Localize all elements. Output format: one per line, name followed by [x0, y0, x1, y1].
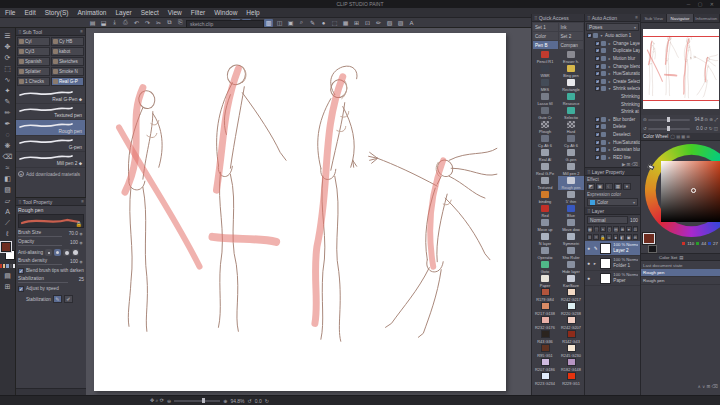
window-controls[interactable]: ─ ▢ ✕: [687, 1, 717, 7]
zoom-icons[interactable]: ⊖ ⊕ ⤢: [704, 117, 718, 122]
menu-item[interactable]: Help: [246, 9, 259, 16]
auto-action-item[interactable]: ▾ Shrink selecte: [585, 85, 640, 93]
layer-opacity-value[interactable]: 100: [630, 218, 638, 223]
qa-color-swatch[interactable]: R43 G36: [532, 330, 558, 344]
qa-goto[interactable]: Goto: [532, 260, 558, 274]
qa-color-swatch[interactable]: R217 G138: [532, 302, 558, 316]
action-checkbox[interactable]: [595, 71, 600, 76]
history-footer-icons[interactable]: ∧ ∨ ⊞ ⌫: [698, 384, 718, 389]
qa-lasso-fill[interactable]: Lasso fill: [532, 92, 558, 106]
qa-hide-layer[interactable]: Hide layer: [558, 260, 584, 274]
layer-toolbar-icon[interactable]: ▤: [613, 226, 619, 232]
qa-color-swatch[interactable]: R245 G230: [558, 344, 584, 358]
redo-icon[interactable]: ↷: [143, 19, 152, 27]
zoom-out-icon[interactable]: ⊖: [643, 117, 647, 122]
layer-toolbar-icon[interactable]: 🔒: [600, 234, 606, 240]
eraser-tool-icon[interactable]: ⌫: [1, 151, 15, 162]
decoration-tool-icon[interactable]: ❋: [1, 140, 15, 151]
menu-item[interactable]: Layer: [115, 9, 131, 16]
aa-none-button[interactable]: [45, 249, 52, 256]
layer-toolbar-icon[interactable]: ✕: [600, 226, 605, 232]
qa-red[interactable]: Red: [532, 204, 558, 218]
expand-arrow-icon[interactable]: ▸: [607, 147, 612, 152]
brush-size-value[interactable]: 70.0: [62, 231, 78, 236]
paste-icon[interactable]: ⎘: [176, 19, 185, 27]
expression-color-dropdown[interactable]: Color ▾: [587, 198, 638, 206]
current-color-chip[interactable]: [643, 233, 655, 244]
flip-icon[interactable]: ◫: [275, 19, 284, 27]
stabilization-value[interactable]: 25: [68, 277, 84, 282]
ref-icon[interactable]: ▧: [385, 19, 394, 27]
layer-toolbar-icon[interactable]: ⬚: [594, 226, 600, 232]
add-downloaded-materials[interactable]: + Add downloaded materials: [16, 168, 85, 180]
expand-arrow-icon[interactable]: ▾: [599, 33, 604, 38]
panel-menu-icon[interactable]: ≡: [80, 29, 83, 34]
sub-color-chip[interactable]: [648, 245, 657, 253]
cut-icon[interactable]: ✂: [154, 19, 163, 27]
color-wheel-tab[interactable]: Color Wheel: [643, 134, 668, 139]
action-checkbox[interactable]: [595, 147, 600, 152]
pencil-tool-icon[interactable]: ✏: [1, 107, 15, 118]
rotate-slider[interactable]: [648, 128, 690, 130]
layer-row[interactable]: ● ▸ 100 % Normal Folder 1: [585, 256, 640, 271]
panel-menu-icon[interactable]: ≡: [81, 199, 84, 204]
action-checkbox[interactable]: [595, 86, 600, 91]
qa-color-swatch[interactable]: R242 G217: [558, 288, 584, 302]
subtool-group[interactable]: kabot: [51, 47, 84, 56]
menu-item[interactable]: Filter: [191, 9, 205, 16]
expand-arrow-icon[interactable]: ▾: [607, 86, 612, 91]
auto-action-item[interactable]: Shrink at edge: [585, 108, 640, 116]
auto-action-item[interactable]: Deselect: [585, 131, 640, 139]
new-icon[interactable]: ▤: [88, 19, 97, 27]
qa-real-al[interactable]: Real Al: [532, 148, 558, 162]
marquee-tool-icon[interactable]: ⬚: [1, 63, 15, 74]
navigator-panel[interactable]: [641, 23, 720, 115]
qa-cy-alt-2[interactable]: Cy-Alt 6: [558, 134, 584, 148]
undo-icon[interactable]: ↶: [132, 19, 141, 27]
blend-tool-icon[interactable]: ≈: [1, 162, 15, 173]
auto-action-item[interactable]: Delete: [585, 123, 640, 131]
subtool-group[interactable]: 1 Checks: [17, 77, 50, 86]
action-checkbox[interactable]: [595, 132, 600, 137]
tone-icon[interactable]: ▦: [341, 19, 350, 27]
auto-action-item[interactable]: Duplicate Laye: [585, 47, 640, 55]
qa-wbr[interactable]: WBR: [532, 64, 558, 78]
layer-toolbar-icon[interactable]: ●: [613, 234, 618, 240]
canvas-page[interactable]: [94, 33, 506, 391]
navigator-tab[interactable]: Sub View: [641, 14, 667, 22]
mini-swatch[interactable]: [0, 264, 2, 268]
navigator-view-rect[interactable]: [643, 36, 719, 101]
status-rotate-value[interactable]: 0.0: [255, 398, 262, 404]
text-tool-icon[interactable]: A: [1, 206, 15, 217]
auto-action-item[interactable]: ▸ Change blendi: [585, 62, 640, 70]
auto-action-item[interactable]: ▸ Hue/Saturatio: [585, 138, 640, 146]
qa-eraser[interactable]: Eraser h.: [558, 50, 584, 64]
lasso-tool-icon[interactable]: ∿: [1, 74, 15, 85]
fit-icon[interactable]: ▣: [286, 19, 295, 27]
effect-icon[interactable]: ☾: [605, 183, 613, 190]
wand-tool-icon[interactable]: ✦: [1, 85, 15, 96]
zoom-out-button[interactable]: ⊖: [167, 398, 171, 404]
layer-visibility-icon[interactable]: ●: [587, 260, 592, 266]
menu-item[interactable]: Story(S): [45, 9, 69, 16]
status-zoom-value[interactable]: 94.8%: [230, 398, 244, 404]
layer-row[interactable]: ● ✎ 100 % Normal Layer 2: [585, 241, 640, 256]
qa-selection[interactable]: Selectio: [558, 106, 584, 120]
subtool-group[interactable]: Smoke N: [51, 67, 84, 76]
action-checkbox[interactable]: [595, 41, 600, 46]
zoom-value[interactable]: 94.8: [691, 117, 703, 122]
rotate-value[interactable]: 0.0: [691, 126, 703, 131]
subtool-group[interactable]: Cy HB: [51, 37, 84, 46]
navigator-tab[interactable]: Navigator: [667, 14, 693, 22]
blend-tips-checkbox[interactable]: [18, 268, 24, 274]
figure-tool-icon[interactable]: ▱: [1, 195, 15, 206]
qa-color-swatch[interactable]: R142 G43: [558, 330, 584, 344]
aa-medium-button[interactable]: [63, 249, 70, 256]
menu-item[interactable]: Select: [141, 9, 159, 16]
document-tab[interactable]: sketch.clip: [186, 20, 264, 28]
auto-action-footer-icons[interactable]: ▶ ⊞ ⌫: [622, 162, 638, 167]
spinner-icon[interactable]: ◉: [78, 231, 84, 236]
quick-access-set-tab[interactable]: Set 2: [559, 32, 584, 40]
sv-marker[interactable]: [691, 188, 696, 193]
qa-plough[interactable]: Plough: [532, 120, 558, 134]
